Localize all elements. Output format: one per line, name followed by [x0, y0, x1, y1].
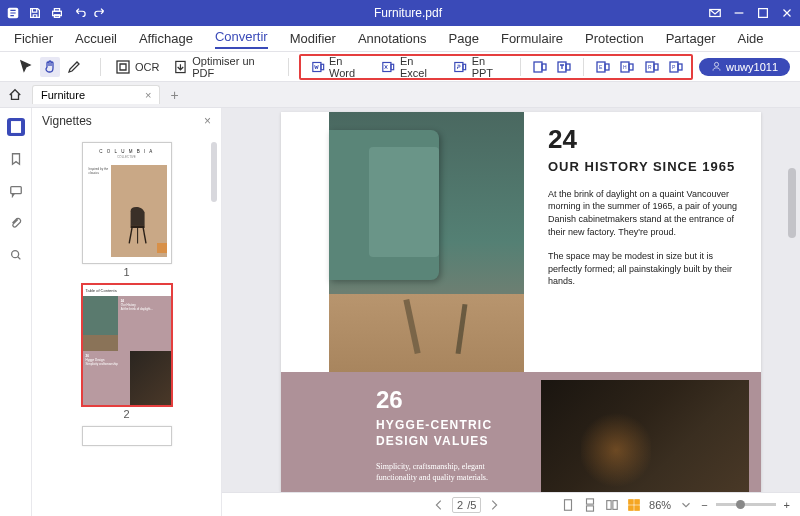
rail-attachments[interactable] — [7, 214, 25, 232]
to-ppt-button[interactable]: En PPT — [449, 53, 510, 81]
page-number-input[interactable]: 2 /5 — [452, 497, 481, 513]
select-tool[interactable] — [16, 57, 36, 77]
undo-icon[interactable] — [72, 6, 86, 20]
ocr-label: OCR — [135, 61, 159, 73]
to-epub-button[interactable]: E — [594, 57, 612, 77]
rail-thumbnails[interactable] — [7, 118, 25, 136]
user-name: wuwy1011 — [726, 61, 778, 73]
svg-rect-14 — [534, 62, 542, 72]
print-icon[interactable] — [50, 6, 64, 20]
to-image-button[interactable] — [531, 57, 549, 77]
svg-rect-15 — [542, 64, 546, 70]
to-rtf-button[interactable]: R — [643, 57, 661, 77]
menu-page[interactable]: Page — [449, 31, 479, 46]
hand-tool[interactable] — [40, 57, 60, 77]
thumbnail-2[interactable]: Table of Contents 24Our HistoryAt the br… — [82, 284, 172, 420]
tab-close-icon[interactable]: × — [145, 89, 151, 101]
tab-furniture[interactable]: Furniture × — [32, 85, 160, 104]
section-heading-24: OUR HISTORY SINCE 1965 — [548, 159, 743, 176]
view-grid-icon[interactable] — [627, 498, 641, 512]
menu-bar: Fichier Accueil Affichage Convertir Modi… — [0, 26, 800, 52]
mail-icon[interactable] — [708, 6, 722, 20]
svg-rect-9 — [320, 64, 323, 69]
svg-text:P: P — [672, 64, 676, 70]
document-viewer: 24 OUR HISTORY SINCE 1965 At the brink o… — [222, 108, 800, 516]
optimize-button[interactable]: Optimiser un PDF — [169, 53, 277, 81]
to-text-button[interactable] — [555, 57, 573, 77]
zoom-dropdown-icon[interactable] — [679, 498, 693, 512]
menu-formulaire[interactable]: Formulaire — [501, 31, 563, 46]
panel-close-icon[interactable]: × — [204, 114, 211, 128]
to-ppt-label: En PPT — [472, 55, 506, 79]
svg-line-35 — [129, 228, 132, 243]
view-single-icon[interactable] — [561, 498, 575, 512]
total-pages: /5 — [467, 499, 476, 511]
svg-rect-31 — [11, 122, 20, 133]
app-logo-icon — [6, 6, 20, 20]
menu-annotations[interactable]: Annotations — [358, 31, 427, 46]
user-account-button[interactable]: wuwy1011 — [699, 58, 790, 76]
svg-rect-26 — [654, 64, 658, 70]
zoom-out-icon[interactable]: − — [701, 499, 707, 511]
divider — [583, 58, 584, 76]
save-icon[interactable] — [28, 6, 42, 20]
svg-rect-6 — [117, 61, 129, 73]
menu-protection[interactable]: Protection — [585, 31, 644, 46]
toolbar: OCR Optimiser un PDF En Word En Excel En… — [0, 52, 800, 82]
svg-rect-45 — [629, 505, 633, 509]
thumb-2-number: 2 — [82, 408, 172, 420]
thumbnail-1[interactable]: C O L U M B I A COLLECTIVE Inspired by t… — [82, 142, 172, 278]
tab-strip: Furniture × + — [0, 82, 800, 108]
svg-point-30 — [714, 62, 718, 66]
rail-search[interactable] — [7, 246, 25, 264]
new-tab-button[interactable]: + — [170, 87, 178, 103]
redo-icon[interactable] — [94, 6, 108, 20]
to-excel-button[interactable]: En Excel — [377, 53, 443, 81]
th2-26: 26 — [86, 354, 89, 358]
section-heading-26: HYGGE-CENTRIC DESIGN VALUES — [376, 418, 511, 449]
to-pdfa-button[interactable]: P — [667, 57, 685, 77]
document-scroll-area[interactable]: 24 OUR HISTORY SINCE 1965 At the brink o… — [222, 108, 800, 492]
menu-modifier[interactable]: Modifier — [290, 31, 336, 46]
svg-line-36 — [143, 228, 146, 243]
menu-accueil[interactable]: Accueil — [75, 31, 117, 46]
zoom-in-icon[interactable]: + — [784, 499, 790, 511]
th1-sub: COLLECTIVE — [87, 155, 167, 159]
maximize-icon[interactable] — [756, 6, 770, 20]
svg-rect-2 — [54, 9, 59, 12]
tab-label: Furniture — [41, 89, 85, 101]
to-word-button[interactable]: En Word — [307, 53, 372, 81]
edit-tool[interactable] — [64, 57, 84, 77]
status-bar: 2 /5 86% − + — [222, 492, 800, 516]
menu-partager[interactable]: Partager — [666, 31, 716, 46]
menu-aide[interactable]: Aide — [738, 31, 764, 46]
panel-title: Vignettes — [42, 114, 92, 128]
page-prev-icon[interactable] — [432, 498, 446, 512]
view-two-page-icon[interactable] — [605, 498, 619, 512]
thumbnail-scrollbar[interactable] — [211, 142, 217, 202]
svg-rect-10 — [383, 62, 391, 71]
to-word-label: En Word — [329, 55, 368, 79]
page-next-icon[interactable] — [487, 498, 501, 512]
divider — [520, 58, 521, 76]
th2-toc: Table of Contents — [83, 285, 171, 296]
zoom-slider[interactable] — [716, 503, 776, 506]
close-icon[interactable] — [780, 6, 794, 20]
svg-rect-23 — [629, 64, 633, 70]
ocr-button[interactable]: OCR — [111, 57, 163, 77]
svg-rect-13 — [463, 64, 466, 69]
svg-rect-29 — [678, 64, 682, 70]
menu-fichier[interactable]: Fichier — [14, 31, 53, 46]
svg-rect-11 — [391, 64, 394, 69]
rail-comments[interactable] — [7, 182, 25, 200]
thumbnail-3[interactable] — [82, 426, 172, 446]
vertical-scrollbar[interactable] — [788, 168, 796, 238]
to-html-button[interactable]: H — [618, 57, 636, 77]
rail-bookmarks[interactable] — [7, 150, 25, 168]
menu-convertir[interactable]: Convertir — [215, 29, 268, 49]
home-icon[interactable] — [8, 88, 22, 102]
minimize-icon[interactable] — [732, 6, 746, 20]
view-continuous-icon[interactable] — [583, 498, 597, 512]
menu-affichage[interactable]: Affichage — [139, 31, 193, 46]
svg-rect-41 — [607, 500, 611, 509]
